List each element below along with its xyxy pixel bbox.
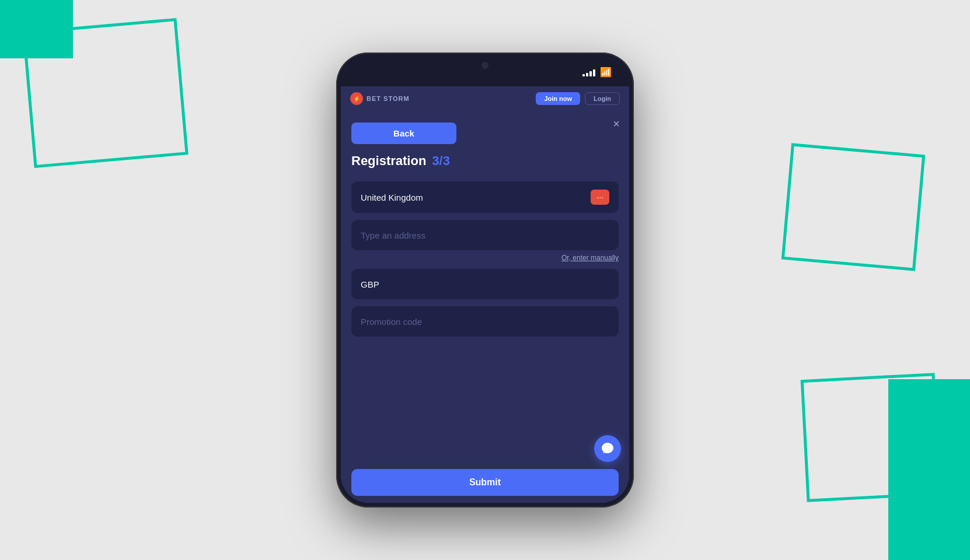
signal-bar-2: [586, 73, 588, 76]
join-button[interactable]: Join now: [536, 92, 580, 105]
back-button[interactable]: Back: [351, 123, 456, 144]
close-button[interactable]: ×: [613, 118, 620, 130]
chat-icon: [601, 442, 615, 456]
app-header: ⚡ BET STORM Join now Login: [341, 86, 629, 111]
country-field[interactable]: United Kingdom ···: [351, 181, 619, 213]
logo-icon: ⚡: [350, 92, 363, 105]
promo-placeholder: Promotion code: [361, 317, 422, 327]
deco-shape-outline-topleft: [22, 18, 188, 168]
currency-field[interactable]: GBP: [351, 269, 619, 299]
phone-screen: 📶 ⚡ BET STORM Join now Login: [341, 57, 629, 503]
registration-title: Registration: [351, 153, 426, 169]
status-icons: 📶: [582, 66, 612, 78]
notch: [450, 57, 520, 74]
country-value: United Kingdom: [361, 192, 423, 202]
app-logo: ⚡ BET STORM: [350, 92, 410, 105]
phone-frame: 📶 ⚡ BET STORM Join now Login: [336, 52, 634, 508]
chat-fab-button[interactable]: [594, 435, 621, 462]
address-placeholder: Type an address: [361, 230, 425, 240]
login-button[interactable]: Login: [585, 92, 620, 105]
submit-area: Submit: [341, 462, 629, 503]
address-field[interactable]: Type an address: [351, 220, 619, 250]
signal-icon: [582, 67, 595, 76]
submit-button[interactable]: Submit: [351, 469, 619, 496]
camera-dot: [481, 62, 489, 69]
registration-header: Registration 3/3: [351, 153, 619, 169]
status-bar: 📶: [341, 57, 629, 86]
enter-manually-link[interactable]: Or, enter manually: [351, 254, 619, 262]
signal-bar-4: [593, 69, 595, 76]
deco-shape-outline-topright: [781, 143, 926, 271]
wifi-icon: 📶: [600, 66, 612, 78]
signal-bar-1: [582, 74, 585, 76]
phone-device: 📶 ⚡ BET STORM Join now Login: [336, 52, 634, 508]
deco-shape-outline-bottomright: [801, 373, 941, 502]
screen-content: ⚡ BET STORM Join now Login × Back Regist…: [341, 86, 629, 503]
promo-field[interactable]: Promotion code: [351, 306, 619, 337]
currency-value: GBP: [361, 279, 379, 289]
address-section: Type an address Or, enter manually: [351, 220, 619, 262]
logo-text: BET STORM: [367, 95, 410, 102]
modal-overlay: × Back Registration 3/3 United Kingdom ·…: [341, 111, 629, 503]
header-buttons: Join now Login: [536, 92, 620, 105]
country-more-button[interactable]: ···: [591, 190, 609, 205]
registration-step: 3/3: [432, 153, 450, 169]
signal-bar-3: [589, 71, 592, 76]
